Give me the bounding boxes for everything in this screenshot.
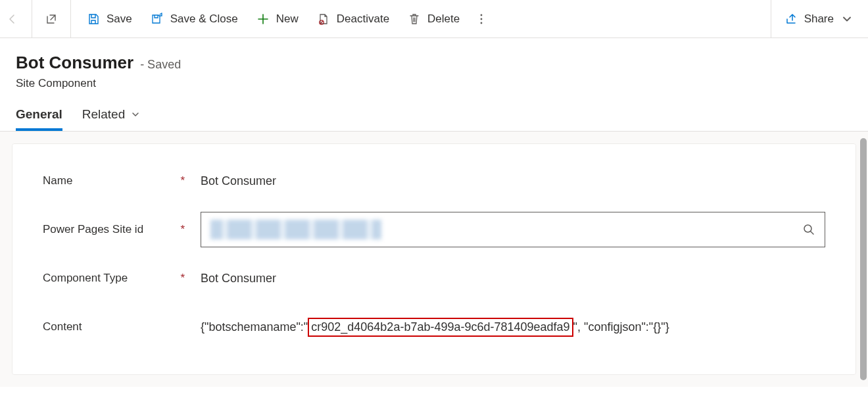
value-component-type-text: Bot Consumer bbox=[201, 272, 276, 285]
save-button[interactable]: Save bbox=[78, 0, 141, 37]
arrow-left-icon bbox=[6, 12, 19, 26]
chevron-down-icon bbox=[840, 12, 854, 26]
deactivate-label: Deactivate bbox=[337, 12, 389, 26]
page-header: Bot Consumer - Saved Site Component bbox=[0, 38, 868, 98]
required-indicator: * bbox=[180, 223, 185, 236]
svg-point-4 bbox=[804, 225, 811, 232]
plus-icon bbox=[256, 12, 270, 26]
search-icon[interactable] bbox=[802, 223, 815, 236]
label-content: Content bbox=[43, 320, 201, 334]
popout-button[interactable] bbox=[39, 0, 64, 37]
tab-related-label: Related bbox=[82, 107, 126, 122]
label-site-id: Power Pages Site id * bbox=[43, 223, 201, 236]
delete-label: Delete bbox=[427, 12, 460, 26]
field-component-type: Component Type * Bot Consumer bbox=[43, 260, 825, 297]
label-name-text: Name bbox=[43, 174, 72, 187]
delete-button[interactable]: Delete bbox=[398, 0, 469, 37]
value-name-text: Bot Consumer bbox=[201, 174, 276, 187]
field-site-id: Power Pages Site id * bbox=[43, 211, 825, 248]
label-component-type: Component Type * bbox=[43, 272, 201, 285]
save-close-icon bbox=[151, 12, 164, 26]
share-label: Share bbox=[804, 12, 834, 26]
trash-icon bbox=[408, 12, 421, 26]
saved-tag: - Saved bbox=[140, 58, 181, 72]
svg-point-2 bbox=[481, 18, 483, 20]
new-button[interactable]: New bbox=[247, 0, 308, 37]
field-content: Content {"botschemaname":"cr902_d4064b2a… bbox=[43, 309, 825, 345]
save-close-label: Save & Close bbox=[170, 12, 238, 26]
value-content[interactable]: {"botschemaname":"cr902_d4064b2a-b7ab-49… bbox=[201, 318, 825, 337]
field-name: Name * Bot Consumer bbox=[43, 162, 825, 199]
command-bar-right: Share bbox=[771, 0, 863, 37]
tab-general[interactable]: General bbox=[16, 107, 62, 131]
title-row: Bot Consumer - Saved bbox=[16, 53, 852, 73]
divider bbox=[32, 0, 32, 37]
save-close-button[interactable]: Save & Close bbox=[141, 0, 247, 37]
tab-general-label: General bbox=[16, 107, 62, 122]
value-site-id bbox=[201, 212, 825, 247]
content-prefix: {"botschemaname":" bbox=[201, 320, 308, 334]
record-title: Bot Consumer bbox=[16, 53, 133, 73]
save-icon bbox=[87, 12, 100, 26]
label-content-text: Content bbox=[43, 320, 82, 334]
share-button[interactable]: Share bbox=[775, 0, 863, 37]
form-shell: Name * Bot Consumer Power Pages Site id … bbox=[0, 132, 868, 387]
more-vertical-icon bbox=[475, 12, 488, 26]
redacted-value bbox=[210, 220, 381, 239]
svg-point-1 bbox=[481, 14, 483, 16]
lookup-input[interactable] bbox=[201, 212, 825, 247]
save-label: Save bbox=[107, 12, 132, 26]
svg-point-3 bbox=[481, 22, 483, 24]
overflow-button[interactable] bbox=[469, 0, 494, 37]
content-suffix: ", "configjson":"{}"} bbox=[573, 320, 669, 334]
back-button[interactable] bbox=[0, 0, 25, 37]
value-component-type[interactable]: Bot Consumer bbox=[201, 272, 825, 285]
value-name[interactable]: Bot Consumer bbox=[201, 174, 825, 188]
tab-related[interactable]: Related bbox=[82, 107, 141, 131]
scrollbar[interactable] bbox=[860, 138, 867, 380]
chevron-down-icon bbox=[130, 109, 141, 120]
command-bar: Save Save & Close New Deactivate Delete … bbox=[0, 0, 868, 38]
divider bbox=[70, 0, 71, 37]
deactivate-button[interactable]: Deactivate bbox=[308, 0, 398, 37]
command-bar-left: Save Save & Close New Deactivate Delete bbox=[0, 0, 494, 37]
label-name: Name * bbox=[43, 174, 201, 187]
share-icon bbox=[784, 12, 798, 26]
required-indicator: * bbox=[180, 174, 185, 187]
popout-icon bbox=[45, 12, 58, 26]
new-label: New bbox=[276, 12, 299, 26]
label-component-type-text: Component Type bbox=[43, 272, 128, 285]
content-highlighted: cr902_d4064b2a-b7ab-499a-9c6d-781409eadf… bbox=[308, 318, 573, 337]
tabs: General Related bbox=[0, 98, 868, 132]
required-indicator: * bbox=[180, 272, 185, 285]
entity-name: Site Component bbox=[16, 77, 852, 90]
form-card: Name * Bot Consumer Power Pages Site id … bbox=[12, 143, 856, 375]
label-site-id-text: Power Pages Site id bbox=[43, 223, 143, 236]
deactivate-icon bbox=[317, 12, 330, 26]
